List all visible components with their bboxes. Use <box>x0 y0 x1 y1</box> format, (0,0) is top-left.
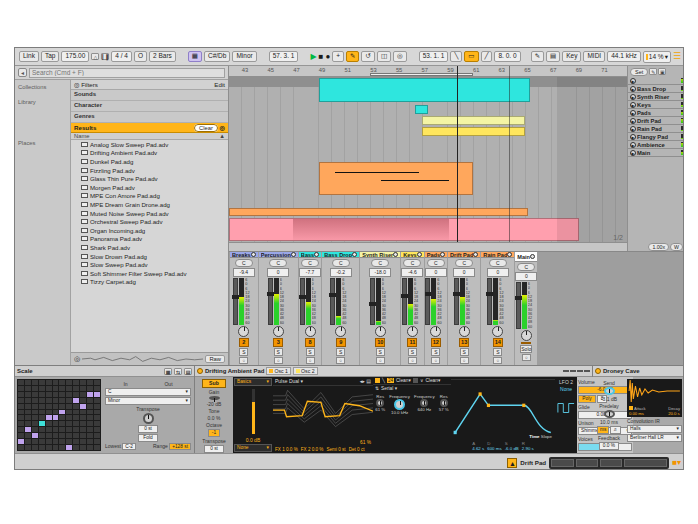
volume-fader[interactable] <box>330 278 335 325</box>
mixer-strip[interactable]: Main C 0 6 0 6 12 18 24 30 36 42 48 60 <box>515 252 537 365</box>
scale-cell[interactable] <box>25 427 31 432</box>
loop-start-field[interactable]: 53. 1. 1 <box>419 51 449 62</box>
scale-cell[interactable] <box>18 386 24 391</box>
filter-section-label[interactable]: Sounds <box>74 91 225 97</box>
scale-cell[interactable] <box>25 392 31 397</box>
scale-cell[interactable] <box>73 427 79 432</box>
track-arm-icon[interactable]: ▶ <box>630 134 636 140</box>
clip[interactable] <box>415 105 428 114</box>
scale-cell[interactable] <box>66 380 72 385</box>
scale-mode-select[interactable]: Minor▾ <box>105 397 191 405</box>
tempo-field[interactable]: 175.00 <box>61 51 89 62</box>
groove-amount[interactable]: O <box>134 51 147 62</box>
mod-tab[interactable] <box>563 370 569 372</box>
raw-button[interactable]: Raw <box>205 355 225 363</box>
result-row[interactable]: MPE Con Amore Pad.adg <box>71 192 228 201</box>
scale-cell[interactable] <box>32 421 38 426</box>
scale-cell[interactable] <box>94 415 100 420</box>
predelay-value[interactable]: 10.0 ms <box>600 419 618 425</box>
menu-icon[interactable]: ☰ <box>673 52 681 61</box>
engine-level-value[interactable]: 0.0 dB <box>234 437 272 443</box>
loop-switch-icon[interactable]: ▭ <box>464 51 478 62</box>
track-arm-icon[interactable]: ▶ <box>630 110 636 116</box>
scale-cell[interactable] <box>32 386 38 391</box>
ir-category-select[interactable]: Halls▾ <box>627 425 682 433</box>
sync-icon[interactable]: ♬ <box>610 426 621 434</box>
pan-knob[interactable] <box>492 326 503 337</box>
result-row[interactable]: Fizzling Pad.adv <box>71 166 228 175</box>
scale-cell[interactable] <box>53 386 59 391</box>
clip[interactable] <box>422 127 525 136</box>
track-arm-icon[interactable]: ▶ <box>630 78 636 84</box>
volume-fader[interactable] <box>516 282 521 329</box>
scale-cell[interactable] <box>46 380 52 385</box>
scale-cell[interactable] <box>46 398 52 403</box>
scale-cell[interactable] <box>66 439 72 444</box>
browser-collapse-icon[interactable]: ◂ <box>18 68 27 77</box>
scale-cell[interactable] <box>46 392 52 397</box>
scale-cell[interactable] <box>53 380 59 385</box>
loop-length-field[interactable]: 8. 0. 0 <box>494 51 520 62</box>
scale-cell[interactable] <box>18 410 24 415</box>
save-preset-icon[interactable]: ▤ <box>184 368 192 375</box>
scale-root-select[interactable]: C#/Db <box>204 51 230 62</box>
scale-root-select[interactable]: C▾ <box>105 388 191 396</box>
pan-display[interactable]: C <box>403 259 421 267</box>
pan-knob[interactable] <box>375 326 386 337</box>
result-row[interactable]: Slow Sweep Pad.adv <box>71 260 228 269</box>
scale-cell[interactable] <box>39 445 45 450</box>
scale-cell[interactable] <box>87 433 93 438</box>
scale-cell[interactable] <box>87 392 93 397</box>
pan-knob[interactable] <box>273 326 284 337</box>
scale-cell[interactable] <box>18 380 24 385</box>
solo-button[interactable]: S <box>336 348 345 356</box>
predelay-knob[interactable] <box>604 410 615 418</box>
ir-waveform-display[interactable]: Attack 0.00 ms Decay 20.0 s <box>627 379 682 417</box>
results-name-column[interactable]: Name <box>74 133 89 139</box>
scale-cell[interactable] <box>18 433 24 438</box>
arm-icon[interactable] <box>352 252 357 257</box>
bar-ruler[interactable]: 434547495153555759616365676971 <box>229 66 627 77</box>
transpose-value[interactable]: 0 st <box>138 425 158 433</box>
scale-cell[interactable] <box>87 421 93 426</box>
pan-display[interactable]: C <box>517 263 535 271</box>
scale-cell[interactable] <box>94 410 100 415</box>
scale-cell[interactable] <box>46 439 52 444</box>
mixer-strip[interactable]: Bass C -7.7 6 0 6 12 18 24 30 36 42 48 6… <box>299 252 321 365</box>
link-button[interactable]: Link <box>19 51 39 62</box>
scale-cell[interactable] <box>53 421 59 426</box>
scale-cell[interactable] <box>94 392 100 397</box>
track-number-activator[interactable]: 8 <box>305 338 315 347</box>
scale-cell[interactable] <box>59 410 65 415</box>
volume-fader[interactable] <box>425 278 430 325</box>
send-knob[interactable] <box>604 387 615 395</box>
clip[interactable] <box>319 78 530 102</box>
scale-cell[interactable] <box>94 380 100 385</box>
device-power-button[interactable] <box>197 368 203 374</box>
pan-knob[interactable] <box>459 326 470 337</box>
scale-cell[interactable] <box>87 398 93 403</box>
monitor-icon[interactable]: ○ <box>522 354 531 361</box>
scale-cell[interactable] <box>32 433 38 438</box>
attack-value[interactable]: 0.00 ms <box>629 411 646 416</box>
scale-cell[interactable] <box>66 421 72 426</box>
filters-edit-button[interactable]: Edit <box>214 81 225 88</box>
scale-cell[interactable] <box>32 398 38 403</box>
scale-cell[interactable] <box>94 421 100 426</box>
scale-cell[interactable] <box>80 398 86 403</box>
time-ruler[interactable] <box>229 242 627 251</box>
scale-cell[interactable] <box>39 421 45 426</box>
res2-knob[interactable] <box>440 399 448 407</box>
scale-cell[interactable] <box>32 427 38 432</box>
solo-button[interactable]: S <box>408 348 417 356</box>
scale-cell[interactable] <box>25 398 31 403</box>
track-arm-icon[interactable]: ▶ <box>630 94 636 100</box>
track-header[interactable]: ▶ Ambience <box>628 141 684 149</box>
scale-cell[interactable] <box>94 439 100 444</box>
arm-icon[interactable] <box>530 254 535 259</box>
arm-icon[interactable] <box>251 252 256 257</box>
scale-cell[interactable] <box>94 427 100 432</box>
track-arm-icon[interactable]: ▶ <box>630 142 636 148</box>
pan-knob[interactable] <box>238 326 249 337</box>
scale-cell[interactable] <box>73 380 79 385</box>
